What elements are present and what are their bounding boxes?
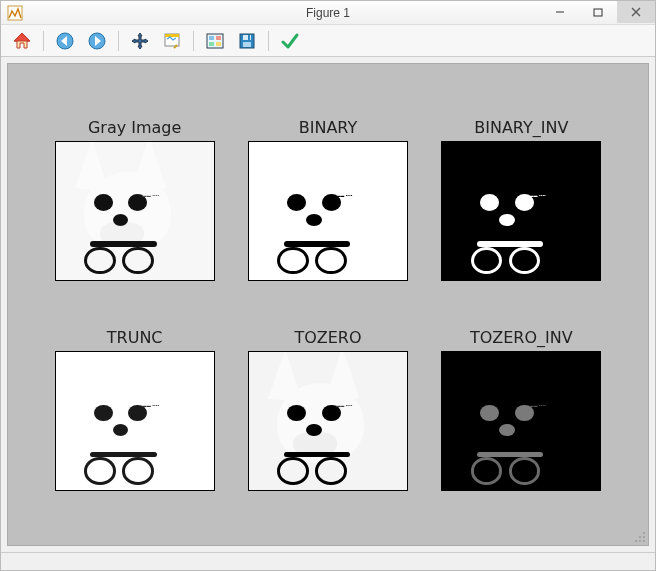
subplot-image: ▬▬ ▪▪▪▪ xyxy=(441,141,601,281)
subplot-trunc: TRUNC ▬▬ ▪▪▪▪ xyxy=(55,328,215,491)
check-icon[interactable] xyxy=(277,28,303,54)
resize-grip-icon[interactable] xyxy=(634,531,646,543)
subplot-title: BINARY_INV xyxy=(474,118,568,137)
statusbar xyxy=(1,552,655,570)
close-button[interactable] xyxy=(617,1,655,23)
toolbar-separator xyxy=(193,31,194,51)
toolbar-separator xyxy=(118,31,119,51)
svg-rect-15 xyxy=(216,36,221,40)
figure-canvas[interactable]: Gray Image ▬▬ ▪▪▪▪ BINARY ▬▬ ▪▪▪▪ BINARY… xyxy=(7,63,649,546)
app-icon xyxy=(7,5,23,21)
svg-point-25 xyxy=(635,540,637,542)
minimize-button[interactable] xyxy=(541,1,579,23)
home-icon[interactable] xyxy=(9,28,35,54)
save-icon[interactable] xyxy=(234,28,260,54)
subplot-row: TRUNC ▬▬ ▪▪▪▪ TOZERO ▬▬ ▪▪▪▪ TOZERO_INV … xyxy=(48,328,608,491)
toolbar-separator xyxy=(43,31,44,51)
svg-point-26 xyxy=(639,540,641,542)
svg-point-23 xyxy=(639,536,641,538)
subplot-title: BINARY xyxy=(299,118,357,137)
subplot-image: ▬▬ ▪▪▪▪ xyxy=(441,351,601,491)
svg-point-27 xyxy=(643,540,645,542)
subplot-image: ▬▬ ▪▪▪▪ xyxy=(248,351,408,491)
svg-rect-12 xyxy=(165,34,179,37)
pan-icon[interactable] xyxy=(127,28,153,54)
subplot-gray-image: Gray Image ▬▬ ▪▪▪▪ xyxy=(55,118,215,281)
figure-window: Figure 1 xyxy=(0,0,656,571)
svg-rect-17 xyxy=(216,42,221,46)
maximize-button[interactable] xyxy=(579,1,617,23)
svg-rect-20 xyxy=(243,42,251,47)
subplot-title: TOZERO xyxy=(294,328,361,347)
titlebar: Figure 1 xyxy=(1,1,655,25)
svg-rect-16 xyxy=(209,42,214,46)
svg-rect-21 xyxy=(248,35,250,40)
svg-point-22 xyxy=(643,532,645,534)
subplot-image: ▬▬ ▪▪▪▪ xyxy=(248,141,408,281)
configure-subplots-icon[interactable] xyxy=(202,28,228,54)
toolbar xyxy=(1,25,655,57)
subplot-tozero-inv: TOZERO_INV ▬▬ ▪▪▪▪ xyxy=(441,328,601,491)
toolbar-separator xyxy=(268,31,269,51)
window-title: Figure 1 xyxy=(306,6,350,20)
subplot-binary: BINARY ▬▬ ▪▪▪▪ xyxy=(248,118,408,281)
subplot-title: TOZERO_INV xyxy=(470,328,573,347)
back-icon[interactable] xyxy=(52,28,78,54)
subplot-title: Gray Image xyxy=(88,118,181,137)
forward-icon[interactable] xyxy=(84,28,110,54)
subplot-tozero: TOZERO ▬▬ ▪▪▪▪ xyxy=(248,328,408,491)
svg-marker-6 xyxy=(14,33,30,41)
subplot-title: TRUNC xyxy=(107,328,163,347)
subplot-image: ▬▬ ▪▪▪▪ xyxy=(55,351,215,491)
zoom-icon[interactable] xyxy=(159,28,185,54)
subplot-image: ▬▬ ▪▪▪▪ xyxy=(55,141,215,281)
window-controls xyxy=(541,1,655,24)
svg-rect-14 xyxy=(209,36,214,40)
subplot-binary-inv: BINARY_INV ▬▬ ▪▪▪▪ xyxy=(441,118,601,281)
svg-point-24 xyxy=(643,536,645,538)
svg-rect-2 xyxy=(594,9,602,16)
subplot-row: Gray Image ▬▬ ▪▪▪▪ BINARY ▬▬ ▪▪▪▪ BINARY… xyxy=(48,118,608,281)
